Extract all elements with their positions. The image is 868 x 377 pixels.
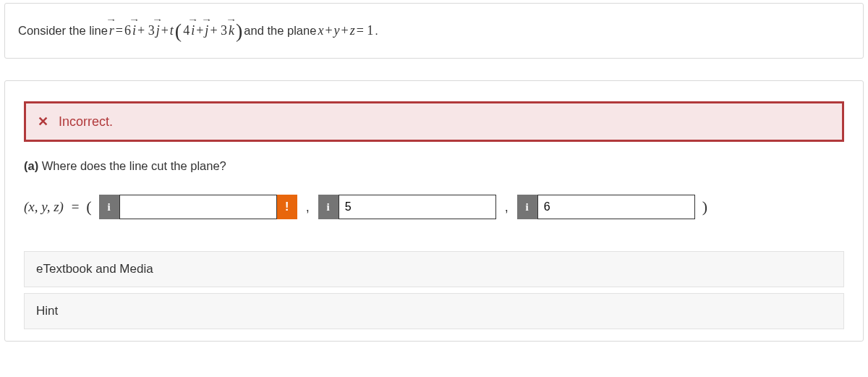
answer-open-paren: ( (86, 198, 91, 216)
vector-j-1: j (156, 22, 160, 40)
answer-row: (x, y, z) = ( i ! , i , i ) (24, 195, 844, 219)
question-text: Consider the line r = 6 i + 3 j + t ( 4 … (18, 14, 850, 42)
vector-i-2: i (191, 22, 195, 40)
input-group-y: i (318, 195, 496, 219)
plane-z: z (350, 22, 355, 40)
question-post: and the plane (244, 22, 316, 39)
etextbook-link[interactable]: eTextbook and Media (24, 251, 844, 287)
plus-3k-pre: + 3 (210, 22, 227, 40)
answer-container: ✕ Incorrect. (a) Where does the line cut… (4, 80, 864, 342)
input-group-x: i ! (99, 195, 297, 219)
input-group-z: i (517, 195, 695, 219)
rparen: ) (236, 17, 242, 45)
incorrect-icon: ✕ (38, 114, 48, 130)
info-icon[interactable]: i (318, 195, 339, 219)
vector-r: r (109, 22, 114, 40)
lparen: ( (175, 17, 182, 45)
feedback-box: ✕ Incorrect. (24, 101, 844, 142)
comma-1: , (305, 200, 311, 215)
plane-plus1: + (325, 22, 332, 40)
question-pre: Consider the line (18, 22, 108, 39)
vector-j-2: j (205, 22, 208, 40)
answer-close-paren: ) (702, 198, 707, 216)
question-container: Consider the line r = 6 i + 3 j + t ( 4 … (4, 3, 864, 59)
param-t: t (170, 22, 174, 40)
plane-x: x (318, 22, 323, 40)
answer-input-z[interactable] (537, 195, 695, 219)
feedback-label: Incorrect. (59, 114, 113, 130)
links-area: eTextbook and Media Hint (24, 251, 844, 329)
info-icon[interactable]: i (99, 195, 119, 219)
feedback-wrapper: ✕ Incorrect. (24, 101, 844, 142)
part-text: Where does the line cut the plane? (38, 159, 226, 172)
answer-eq: = (72, 199, 80, 214)
part-tag: (a) (24, 159, 38, 172)
answer-input-y[interactable] (339, 195, 496, 219)
answer-input-x[interactable] (119, 195, 277, 219)
xyz-label: (x, y, z) (24, 199, 64, 214)
part-label: (a) Where does the line cut the plane? (24, 159, 844, 173)
answer-prefix: (x, y, z) = (24, 199, 79, 215)
plane-eq: = 1 (357, 22, 374, 40)
vector-i-1: i (132, 22, 136, 40)
vector-k: k (229, 22, 234, 40)
hint-link[interactable]: Hint (24, 293, 844, 329)
comma-2: , (503, 200, 510, 215)
info-icon[interactable]: i (517, 195, 537, 219)
plane-plus2: + (341, 22, 349, 40)
plane-y: y (334, 22, 340, 40)
period: . (375, 22, 378, 39)
warning-icon[interactable]: ! (277, 195, 297, 219)
